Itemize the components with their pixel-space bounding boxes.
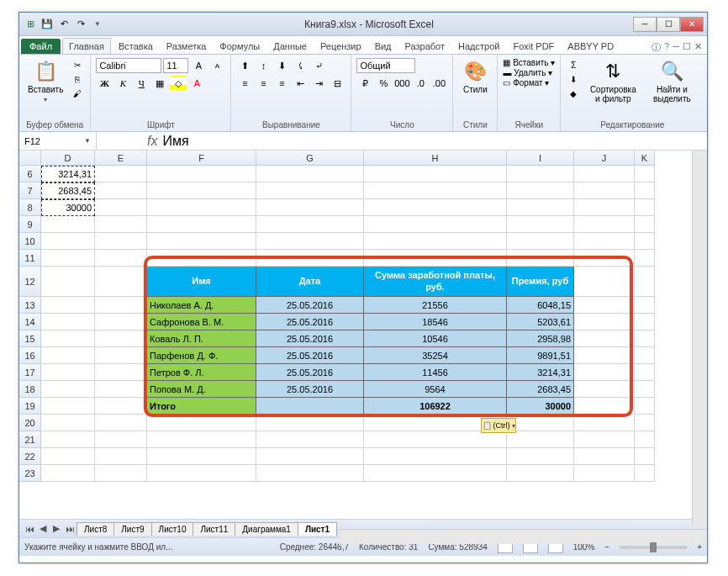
cell[interactable]: 9564 bbox=[364, 381, 507, 398]
formula-input[interactable]: Имя bbox=[162, 134, 188, 149]
bold-button[interactable]: Ж bbox=[96, 76, 113, 91]
cell[interactable] bbox=[574, 216, 635, 233]
cell[interactable] bbox=[364, 465, 507, 482]
row-header[interactable]: 21 bbox=[19, 431, 41, 448]
delete-cells-button[interactable]: ▬ Удалить ▾ bbox=[503, 68, 552, 77]
cell[interactable] bbox=[147, 465, 256, 482]
align-middle-icon[interactable]: ↕ bbox=[255, 58, 272, 73]
cell[interactable] bbox=[95, 448, 147, 465]
cell[interactable]: 3214,31 bbox=[41, 166, 95, 182]
cell[interactable]: 25.05.2016 bbox=[256, 347, 364, 364]
tab-file[interactable]: Файл bbox=[21, 39, 61, 54]
row-header[interactable]: 20 bbox=[19, 415, 41, 431]
cell[interactable] bbox=[635, 398, 655, 415]
sheet-tab[interactable]: Лист10 bbox=[151, 522, 194, 536]
underline-button[interactable]: Ч bbox=[133, 76, 150, 91]
cell[interactable] bbox=[507, 431, 574, 448]
cell[interactable]: 30000 bbox=[41, 199, 95, 216]
cell[interactable] bbox=[364, 182, 507, 199]
cell[interactable] bbox=[147, 233, 256, 250]
cell[interactable] bbox=[574, 415, 635, 431]
cell[interactable] bbox=[574, 364, 635, 381]
italic-button[interactable]: К bbox=[114, 76, 131, 91]
inc-decimal-icon[interactable]: .0 bbox=[412, 76, 429, 91]
sort-filter-button[interactable]: ⇅ Сортировка и фильтр bbox=[584, 58, 641, 105]
cell[interactable] bbox=[635, 166, 655, 182]
align-left-icon[interactable]: ≡ bbox=[236, 76, 253, 91]
cell[interactable]: Премия, руб bbox=[507, 267, 574, 297]
name-box[interactable]: F12 ▼ bbox=[19, 132, 97, 150]
col-header-E[interactable]: E bbox=[95, 151, 147, 166]
cell[interactable] bbox=[507, 448, 574, 465]
align-right-icon[interactable]: ≡ bbox=[273, 76, 290, 91]
cell[interactable] bbox=[635, 347, 655, 364]
cell[interactable] bbox=[95, 431, 147, 448]
cell[interactable] bbox=[574, 448, 635, 465]
format-cells-button[interactable]: ▭ Формат ▾ bbox=[503, 78, 549, 87]
select-all-corner[interactable] bbox=[19, 151, 41, 166]
tab-data[interactable]: Данные bbox=[267, 39, 313, 54]
clear-icon[interactable]: ◆ bbox=[566, 87, 581, 100]
qat-dropdown-icon[interactable]: ▼ bbox=[90, 17, 105, 32]
autosum-icon[interactable]: Σ bbox=[566, 58, 581, 71]
cell[interactable]: Коваль Л. П. bbox=[147, 330, 256, 347]
cell[interactable] bbox=[635, 330, 655, 347]
col-header-J[interactable]: J bbox=[574, 151, 635, 166]
tab-insert[interactable]: Вставка bbox=[113, 39, 159, 54]
cell[interactable] bbox=[41, 465, 95, 482]
cell[interactable] bbox=[256, 216, 364, 233]
row-header[interactable]: 23 bbox=[19, 465, 41, 482]
cell[interactable] bbox=[256, 448, 364, 465]
cell[interactable] bbox=[147, 431, 256, 448]
cell[interactable] bbox=[41, 415, 95, 431]
cell[interactable] bbox=[41, 233, 95, 250]
cell[interactable] bbox=[574, 297, 635, 314]
find-select-button[interactable]: 🔍 Найти и выделить bbox=[645, 58, 699, 105]
redo-icon[interactable]: ↷ bbox=[73, 17, 88, 32]
cell[interactable]: 25.05.2016 bbox=[256, 330, 364, 347]
save-icon[interactable]: 💾 bbox=[40, 17, 55, 32]
fill-icon[interactable]: ⬇ bbox=[566, 72, 581, 86]
tab-review[interactable]: Рецензир bbox=[314, 39, 367, 54]
row-header[interactable]: 9 bbox=[19, 216, 41, 233]
cell[interactable] bbox=[147, 448, 256, 465]
cell[interactable] bbox=[256, 233, 364, 250]
row-header[interactable]: 8 bbox=[19, 199, 41, 216]
cell[interactable] bbox=[41, 314, 95, 330]
percent-icon[interactable]: % bbox=[375, 76, 392, 91]
cell[interactable] bbox=[364, 250, 507, 267]
paste-button[interactable]: 📋 Вставить ▾ bbox=[24, 58, 66, 105]
currency-icon[interactable]: ₽ bbox=[356, 76, 373, 91]
cell[interactable] bbox=[635, 314, 655, 330]
cell[interactable] bbox=[147, 216, 256, 233]
sheet-tab[interactable]: Лист1 bbox=[298, 522, 337, 536]
indent-inc-icon[interactable]: ⇥ bbox=[310, 76, 327, 91]
cell[interactable]: Николаев А. Д. bbox=[147, 297, 256, 314]
sheet-tab[interactable]: Лист11 bbox=[193, 522, 235, 536]
col-header-G[interactable]: G bbox=[256, 151, 364, 166]
cell[interactable]: Итого bbox=[147, 398, 256, 415]
cell[interactable] bbox=[635, 465, 655, 482]
cell[interactable] bbox=[507, 166, 574, 182]
align-top-icon[interactable]: ⬆ bbox=[236, 58, 253, 73]
cell[interactable]: 25.05.2016 bbox=[256, 381, 364, 398]
row-header[interactable]: 19 bbox=[19, 398, 41, 415]
row-header[interactable]: 17 bbox=[19, 364, 41, 381]
cell[interactable] bbox=[147, 415, 256, 431]
insert-cells-button[interactable]: ▦ Вставить ▾ bbox=[503, 58, 555, 67]
cell[interactable] bbox=[574, 431, 635, 448]
cell[interactable] bbox=[507, 415, 574, 431]
cell[interactable] bbox=[41, 216, 95, 233]
orientation-icon[interactable]: ⤹ bbox=[292, 58, 309, 73]
col-header-H[interactable]: H bbox=[364, 151, 507, 166]
align-center-icon[interactable]: ≡ bbox=[255, 76, 272, 91]
cell[interactable]: 10546 bbox=[364, 330, 507, 347]
cell[interactable] bbox=[95, 415, 147, 431]
fx-icon[interactable]: fx bbox=[147, 134, 157, 149]
ribbon-minimize-icon[interactable]: ⓘ bbox=[652, 41, 661, 54]
row-header[interactable]: 16 bbox=[19, 347, 41, 364]
cell[interactable] bbox=[364, 233, 507, 250]
tab-abbyy[interactable]: ABBYY PD bbox=[562, 39, 620, 54]
col-header-F[interactable]: F bbox=[147, 151, 256, 166]
cell[interactable]: Сафронова В. М. bbox=[147, 314, 256, 330]
